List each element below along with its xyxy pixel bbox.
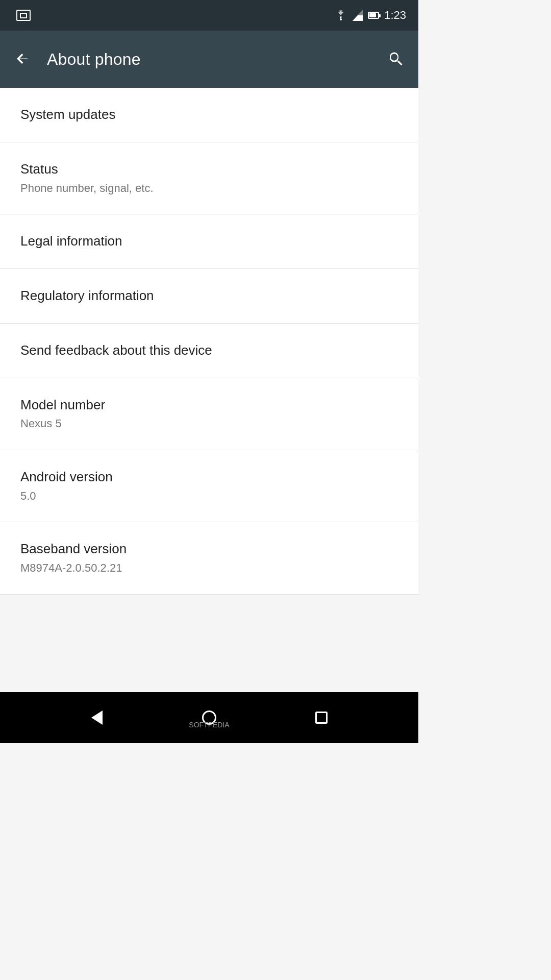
status-time: 1:23	[384, 9, 406, 22]
status-bar: 1:23	[0, 0, 418, 31]
list-item-feedback[interactable]: Send feedback about this device	[0, 324, 418, 378]
system-updates-title: System updates	[20, 106, 398, 124]
svg-point-0	[340, 18, 342, 20]
status-title: Status	[20, 161, 398, 178]
legal-title: Legal information	[20, 233, 398, 250]
model-subtitle: Nexus 5	[20, 416, 398, 431]
list-item-model[interactable]: Model number Nexus 5	[0, 378, 418, 450]
list-item-baseband[interactable]: Baseband version M8974A-2.0.50.2.21	[0, 522, 418, 594]
photo-icon	[16, 10, 31, 21]
navigation-bar	[0, 692, 418, 743]
android-subtitle: 5.0	[20, 489, 398, 504]
search-button[interactable]	[384, 47, 408, 71]
home-nav-button[interactable]	[194, 702, 224, 733]
android-title: Android version	[20, 469, 398, 486]
back-button[interactable]	[10, 47, 35, 71]
page-title: About phone	[47, 50, 371, 69]
status-icons: 1:23	[334, 9, 406, 22]
feedback-title: Send feedback about this device	[20, 342, 398, 359]
signal-icon	[353, 10, 363, 21]
battery-icon	[368, 12, 379, 19]
status-subtitle: Phone number, signal, etc.	[20, 181, 398, 196]
app-bar: About phone	[0, 31, 418, 88]
wifi-icon	[334, 10, 347, 20]
list-item-regulatory[interactable]: Regulatory information	[0, 269, 418, 324]
list-item-legal[interactable]: Legal information	[0, 214, 418, 269]
settings-list: System updates Status Phone number, sign…	[0, 88, 418, 595]
list-item-android[interactable]: Android version 5.0	[0, 450, 418, 522]
model-title: Model number	[20, 397, 398, 414]
recents-nav-button[interactable]	[306, 702, 337, 733]
list-item-status[interactable]: Status Phone number, signal, etc.	[0, 142, 418, 214]
baseband-title: Baseband version	[20, 541, 398, 558]
baseband-subtitle: M8974A-2.0.50.2.21	[20, 561, 398, 576]
regulatory-title: Regulatory information	[20, 287, 398, 305]
list-item-system-updates[interactable]: System updates	[0, 88, 418, 142]
back-nav-button[interactable]	[82, 702, 112, 733]
